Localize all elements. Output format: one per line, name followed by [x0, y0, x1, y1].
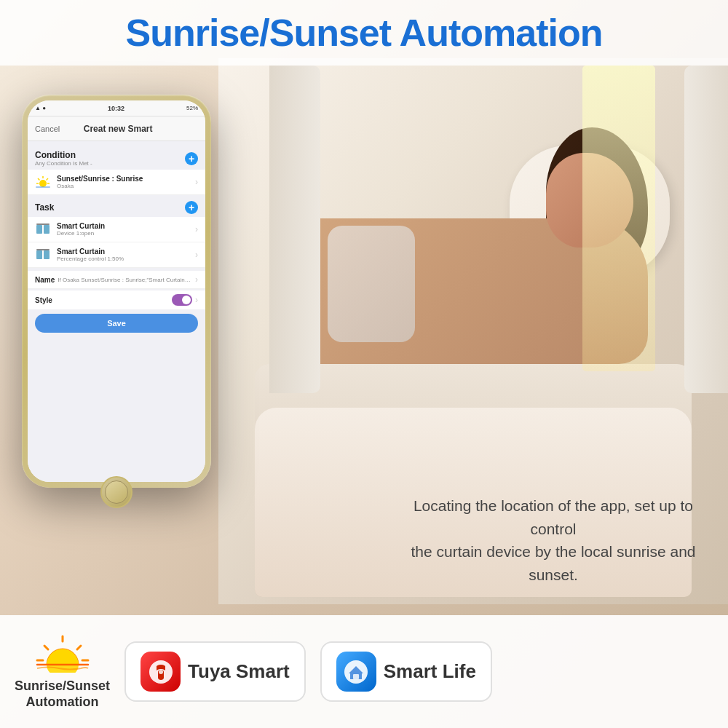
phone-mockup: ▲ ● 10:32 52% Cancel Creat new Smart Con… — [22, 95, 211, 488]
task-item-1-arrow: › — [195, 224, 198, 234]
curtain-icon-1 — [35, 221, 51, 237]
bottom-bar: Sunrise/SunsetAutomation Tuya Smart Smar… — [0, 615, 728, 728]
description-text: Locating the location of the app, set up… — [400, 494, 706, 586]
task-item-1[interactable]: Smart Curtain Device 1:open › — [28, 217, 205, 242]
task-add-button[interactable]: + — [185, 201, 198, 214]
style-controls: › — [172, 294, 198, 306]
svg-rect-7 — [36, 223, 50, 225]
svg-rect-11 — [36, 250, 42, 259]
home-button[interactable] — [100, 476, 132, 508]
tuya-smart-badge[interactable]: Tuya Smart — [124, 641, 306, 702]
condition-title: Condition — [35, 150, 92, 160]
svg-rect-10 — [36, 249, 50, 250]
condition-label-group: Condition Any Condition Is Met - — [35, 150, 92, 167]
condition-item-subtitle: Osaka — [57, 183, 195, 189]
sunrise-label: Sunrise/SunsetAutomation — [15, 678, 110, 710]
app-content: Condition Any Condition Is Met - + — [28, 141, 205, 482]
toggle-knob — [182, 296, 191, 304]
curtain-decoration-left — [269, 66, 320, 393]
time-display: 10:32 — [108, 105, 124, 112]
name-value: If Osaka Sunset/Sunrise : Sunrise;"Smart… — [58, 277, 192, 283]
condition-item-title: Sunset/Sunrise : Sunrise — [57, 175, 195, 183]
task-title: Task — [35, 202, 54, 213]
save-button[interactable]: Save — [35, 314, 198, 333]
status-bar: ▲ ● 10:32 52% — [28, 100, 205, 116]
sunrise-icon-group: Sunrise/SunsetAutomation — [15, 633, 110, 710]
phone-outer: ▲ ● 10:32 52% Cancel Creat new Smart Con… — [22, 95, 211, 488]
style-arrow: › — [195, 295, 198, 305]
name-row[interactable]: Name If Osaka Sunset/Sunrise : Sunrise;"… — [28, 271, 205, 289]
task-item-2-subtitle: Percentage control 1:50% — [57, 256, 195, 262]
condition-item-text: Sunset/Sunrise : Sunrise Osaka — [57, 175, 195, 189]
sunrise-svg-icon — [33, 633, 92, 673]
task-item-2[interactable]: Smart Curtain Percentage control 1:50% › — [28, 242, 205, 268]
smartlife-logo-svg — [343, 659, 369, 685]
name-arrow: › — [195, 274, 198, 285]
name-section: Name If Osaka Sunset/Sunrise : Sunrise;"… — [28, 271, 205, 289]
task-item-1-text: Smart Curtain Device 1:open — [57, 222, 195, 237]
task-item-2-text: Smart Curtain Percentage control 1:50% — [57, 248, 195, 262]
condition-item-arrow: › — [195, 177, 198, 187]
window-light — [582, 66, 655, 371]
nav-title: Creat new Smart — [84, 124, 153, 134]
smartlife-icon — [336, 652, 376, 692]
task-item-1-title: Smart Curtain — [57, 222, 195, 230]
svg-rect-9 — [44, 225, 50, 234]
signal-icons: ▲ ● — [35, 105, 46, 111]
task-item-2-title: Smart Curtain — [57, 248, 195, 256]
curtain-decoration-right — [684, 66, 728, 393]
svg-rect-6 — [36, 186, 50, 188]
svg-rect-8 — [36, 225, 42, 234]
name-label: Name — [35, 276, 55, 284]
page-title: Sunrise/Sunset Automation — [126, 11, 603, 55]
home-button-inner — [105, 480, 128, 504]
condition-item[interactable]: Sunset/Sunrise : Sunrise Osaka › — [28, 170, 205, 195]
tuya-smart-label: Tuya Smart — [188, 660, 290, 683]
svg-point-0 — [39, 180, 47, 187]
task-item-1-subtitle: Device 1:open — [57, 230, 195, 237]
cancel-button[interactable]: Cancel — [35, 124, 60, 133]
condition-card: Sunset/Sunrise : Sunrise Osaka › — [28, 170, 205, 195]
condition-subtitle: Any Condition Is Met - — [35, 160, 92, 167]
curtain-icon-2 — [35, 247, 51, 263]
svg-line-14 — [44, 646, 48, 649]
svg-line-2 — [38, 178, 40, 181]
battery-display: 52% — [186, 105, 198, 111]
svg-line-15 — [77, 646, 81, 649]
smart-life-label: Smart Life — [384, 660, 476, 683]
svg-line-3 — [47, 178, 49, 181]
tuya-icon — [141, 652, 181, 692]
task-item-2-arrow: › — [195, 250, 198, 260]
smart-life-badge[interactable]: Smart Life — [320, 641, 492, 702]
style-row[interactable]: Style › — [28, 290, 205, 309]
phone-screen: ▲ ● 10:32 52% Cancel Creat new Smart Con… — [28, 100, 205, 482]
header: Sunrise/Sunset Automation — [0, 0, 728, 66]
sunrise-condition-icon — [35, 174, 51, 190]
svg-rect-12 — [44, 250, 50, 259]
task-card: Smart Curtain Device 1:open › — [28, 217, 205, 268]
condition-add-button[interactable]: + — [185, 152, 198, 165]
tuya-logo-svg — [148, 659, 174, 685]
condition-section-header: Condition Any Condition Is Met - + — [28, 147, 205, 168]
style-toggle[interactable] — [172, 294, 192, 306]
style-label: Style — [35, 296, 52, 304]
svg-point-21 — [159, 670, 163, 674]
app-navbar: Cancel Creat new Smart — [28, 116, 205, 141]
svg-rect-23 — [353, 674, 359, 679]
task-section-header: Task + — [28, 198, 205, 215]
description-area: Locating the location of the app, set up… — [400, 494, 706, 586]
